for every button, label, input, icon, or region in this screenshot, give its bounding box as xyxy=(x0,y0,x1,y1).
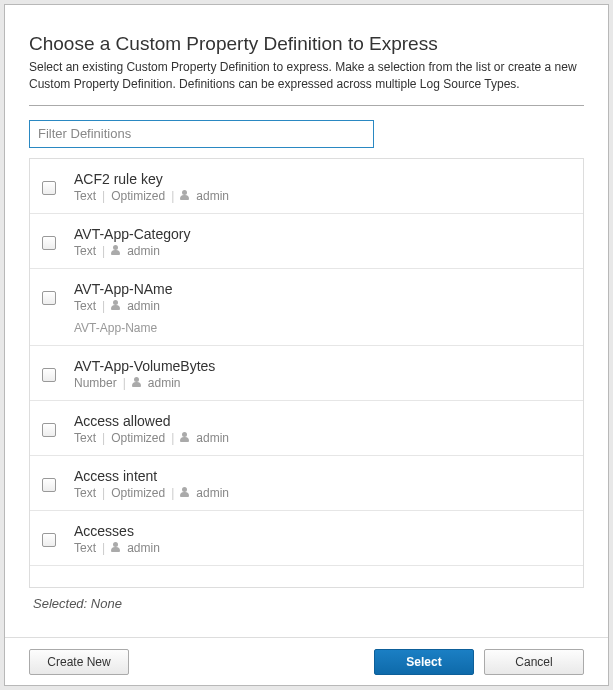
list-item[interactable]: AVT-App-CategoryText|admin xyxy=(30,214,583,269)
meta-separator: | xyxy=(102,244,105,258)
item-subtext: AVT-App-Name xyxy=(74,321,571,335)
list-item[interactable]: AVT-App-NAmeText|adminAVT-App-Name xyxy=(30,269,583,346)
item-type: Text xyxy=(74,299,96,313)
item-owner: admin xyxy=(196,431,229,445)
item-title: AVT-App-NAme xyxy=(74,281,571,297)
list-item[interactable]: Access intentText|Optimized|admin xyxy=(30,456,583,511)
item-checkbox[interactable] xyxy=(42,478,56,492)
item-type: Text xyxy=(74,431,96,445)
item-checkbox[interactable] xyxy=(42,291,56,305)
person-icon xyxy=(111,300,121,312)
item-title: Access allowed xyxy=(74,413,571,429)
filter-definitions-input[interactable] xyxy=(29,120,374,148)
cancel-button[interactable]: Cancel xyxy=(484,649,584,675)
person-icon xyxy=(111,245,121,257)
definitions-list[interactable]: ACF2 rule keyText|Optimized|adminAVT-App… xyxy=(29,158,584,588)
item-owner: admin xyxy=(148,376,181,390)
item-body: Access intentText|Optimized|admin xyxy=(74,468,571,500)
item-meta: Text|Optimized|admin xyxy=(74,486,571,500)
meta-separator: | xyxy=(102,431,105,445)
list-item[interactable]: AccessesText|admin xyxy=(30,511,583,566)
item-owner: admin xyxy=(196,189,229,203)
item-body: ACF2 rule keyText|Optimized|admin xyxy=(74,171,571,203)
item-meta: Text|admin xyxy=(74,244,571,258)
person-icon xyxy=(180,432,190,444)
item-checkbox[interactable] xyxy=(42,181,56,195)
item-type: Number xyxy=(74,376,117,390)
meta-separator: | xyxy=(102,189,105,203)
item-owner: admin xyxy=(127,244,160,258)
meta-separator: | xyxy=(171,486,174,500)
meta-separator: | xyxy=(171,431,174,445)
item-checkbox[interactable] xyxy=(42,368,56,382)
meta-separator: | xyxy=(102,486,105,500)
header-divider xyxy=(29,105,584,106)
selected-value: None xyxy=(91,596,122,611)
item-checkbox[interactable] xyxy=(42,423,56,437)
item-body: AVT-App-CategoryText|admin xyxy=(74,226,571,258)
item-optimized: Optimized xyxy=(111,486,165,500)
list-item[interactable]: Access allowedText|Optimized|admin xyxy=(30,401,583,456)
item-type: Text xyxy=(74,244,96,258)
item-meta: Text|admin xyxy=(74,541,571,555)
item-meta: Text|admin xyxy=(74,299,571,313)
item-title: AVT-App-VolumeBytes xyxy=(74,358,571,374)
dialog-content: Choose a Custom Property Definition to E… xyxy=(5,5,608,615)
item-owner: admin xyxy=(127,541,160,555)
item-meta: Text|Optimized|admin xyxy=(74,189,571,203)
meta-separator: | xyxy=(171,189,174,203)
person-icon xyxy=(111,542,121,554)
meta-separator: | xyxy=(102,299,105,313)
list-item[interactable]: ACF2 rule keyText|Optimized|admin xyxy=(30,159,583,214)
item-body: AccessesText|admin xyxy=(74,523,571,555)
list-item[interactable]: AVT-App-VolumeBytesNumber|admin xyxy=(30,346,583,401)
meta-separator: | xyxy=(123,376,126,390)
item-title: Access intent xyxy=(74,468,571,484)
person-icon xyxy=(180,487,190,499)
create-new-button[interactable]: Create New xyxy=(29,649,129,675)
item-meta: Number|admin xyxy=(74,376,571,390)
dialog-subtitle: Select an existing Custom Property Defin… xyxy=(29,59,584,93)
item-title: AVT-App-Category xyxy=(74,226,571,242)
dialog-title: Choose a Custom Property Definition to E… xyxy=(29,33,584,55)
item-checkbox[interactable] xyxy=(42,236,56,250)
select-button[interactable]: Select xyxy=(374,649,474,675)
item-title: ACF2 rule key xyxy=(74,171,571,187)
item-optimized: Optimized xyxy=(111,189,165,203)
property-definition-dialog: Choose a Custom Property Definition to E… xyxy=(4,4,609,686)
item-body: AVT-App-VolumeBytesNumber|admin xyxy=(74,358,571,390)
item-type: Text xyxy=(74,541,96,555)
person-icon xyxy=(132,377,142,389)
person-icon xyxy=(180,190,190,202)
selected-label: Selected: xyxy=(33,596,87,611)
item-meta: Text|Optimized|admin xyxy=(74,431,571,445)
item-owner: admin xyxy=(196,486,229,500)
item-owner: admin xyxy=(127,299,160,313)
item-type: Text xyxy=(74,189,96,203)
selected-row: Selected: None xyxy=(29,588,584,615)
item-type: Text xyxy=(74,486,96,500)
item-optimized: Optimized xyxy=(111,431,165,445)
item-title: Accesses xyxy=(74,523,571,539)
item-body: AVT-App-NAmeText|adminAVT-App-Name xyxy=(74,281,571,335)
item-body: Access allowedText|Optimized|admin xyxy=(74,413,571,445)
meta-separator: | xyxy=(102,541,105,555)
dialog-footer: Create New Select Cancel xyxy=(5,637,608,685)
item-checkbox[interactable] xyxy=(42,533,56,547)
